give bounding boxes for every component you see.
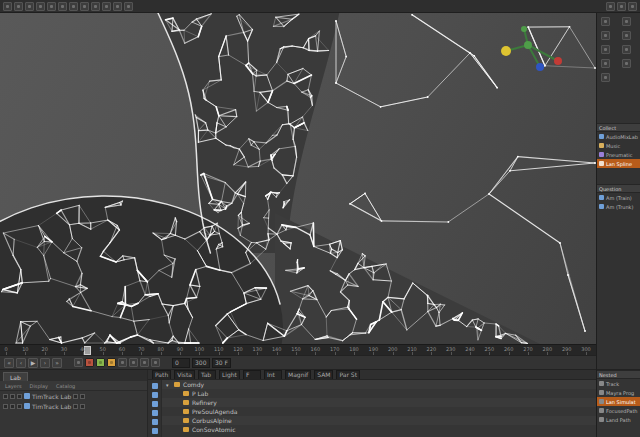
layer-row[interactable]: TimTrack Lab bbox=[0, 401, 147, 411]
layer-checkbox[interactable] bbox=[17, 394, 22, 399]
tree-filter-field[interactable]: Vista bbox=[174, 370, 195, 380]
auto-key-icon[interactable] bbox=[96, 358, 105, 367]
axis-y-handle[interactable] bbox=[524, 41, 532, 49]
tree-item[interactable]: CorbusAlpine bbox=[162, 416, 596, 425]
layer-option-checkbox[interactable] bbox=[80, 394, 85, 399]
range-end-field[interactable]: 300 bbox=[192, 358, 210, 368]
tree-visibility-toggle[interactable] bbox=[152, 401, 158, 407]
select-tool-icon[interactable] bbox=[14, 2, 23, 11]
scale-tool-icon[interactable] bbox=[47, 2, 56, 11]
layers-icon[interactable] bbox=[601, 17, 610, 26]
axis-y-tip[interactable] bbox=[521, 26, 527, 32]
help-icon[interactable] bbox=[628, 2, 637, 11]
ghosting-icon[interactable] bbox=[140, 358, 149, 367]
filter-icon[interactable] bbox=[113, 2, 122, 11]
layer-row[interactable]: TimTrack Lab bbox=[0, 391, 147, 401]
tree-item[interactable]: ▾Comdy bbox=[162, 380, 596, 389]
viewport-layout-icon[interactable] bbox=[102, 2, 111, 11]
snap-key-icon[interactable] bbox=[107, 358, 116, 367]
tree-visibility-toggle[interactable] bbox=[152, 410, 158, 416]
axis-gizmo[interactable] bbox=[496, 23, 570, 83]
tree-visibility-toggle[interactable] bbox=[152, 428, 158, 434]
layer-checkbox[interactable] bbox=[3, 404, 8, 409]
history-icon[interactable] bbox=[622, 59, 631, 68]
layer-option-checkbox[interactable] bbox=[73, 394, 78, 399]
camera-icon[interactable] bbox=[80, 2, 89, 11]
layer-checkbox[interactable] bbox=[10, 404, 15, 409]
column-header: Layers bbox=[5, 383, 22, 389]
axis-lock-icon[interactable] bbox=[69, 2, 78, 11]
tree-item[interactable]: P Lab bbox=[162, 389, 596, 398]
tree-filter-field[interactable]: Path bbox=[152, 370, 171, 380]
sidebar-item-label: Lan Spline bbox=[606, 161, 632, 167]
layer-checkbox[interactable] bbox=[3, 394, 8, 399]
record-icon[interactable] bbox=[606, 2, 615, 11]
sidebar-bottom-item[interactable]: Land Path bbox=[597, 415, 640, 424]
layers-panel-columns: Layers Display Catalog bbox=[0, 381, 147, 391]
snap-icon[interactable] bbox=[601, 31, 610, 40]
loop-icon[interactable] bbox=[74, 358, 83, 367]
column-header: Display bbox=[30, 383, 48, 389]
sidebar-item-label: Lan Simulat bbox=[606, 399, 636, 405]
go-to-start-icon[interactable]: « bbox=[4, 358, 14, 368]
tree-filter-field[interactable]: F bbox=[243, 370, 261, 380]
motion-path-icon[interactable] bbox=[129, 358, 138, 367]
tree-filter-field[interactable]: Tab bbox=[198, 370, 216, 380]
options-icon[interactable] bbox=[124, 2, 133, 11]
go-to-end-icon[interactable]: » bbox=[52, 358, 62, 368]
shading-mode-icon[interactable] bbox=[91, 2, 100, 11]
keyframe-mode-icons bbox=[74, 358, 160, 367]
snap-magnet-icon[interactable] bbox=[58, 2, 67, 11]
grid-icon[interactable] bbox=[622, 31, 631, 40]
layer-option-checkbox[interactable] bbox=[73, 404, 78, 409]
wireframe-icon[interactable] bbox=[622, 17, 631, 26]
tree-filter-field[interactable]: Par St bbox=[336, 370, 360, 380]
sidebar-item[interactable]: Lan Spline bbox=[597, 159, 640, 168]
camera-icon[interactable] bbox=[601, 45, 610, 54]
sidebar-item[interactable]: Am (Train) bbox=[597, 193, 640, 202]
viewport-3d[interactable] bbox=[0, 13, 596, 344]
sidebar-item[interactable]: Am (Trunk) bbox=[597, 202, 640, 211]
app-menu-icon[interactable] bbox=[3, 2, 12, 11]
lights-icon[interactable] bbox=[622, 45, 631, 54]
play-icon[interactable]: ▶ bbox=[28, 358, 38, 368]
sidebar-bottom-item[interactable]: Track bbox=[597, 379, 640, 388]
filter-keys-icon[interactable] bbox=[118, 358, 127, 367]
tab-lab[interactable]: Lab bbox=[3, 372, 28, 381]
fps-field[interactable]: 30 F bbox=[212, 358, 231, 368]
axis-pivot-handle[interactable] bbox=[501, 46, 511, 56]
sidebar-bottom-item[interactable]: Lan Simulat bbox=[597, 397, 640, 406]
tree-item[interactable]: ConSovAtomic bbox=[162, 425, 596, 434]
record-keyframe-icon[interactable] bbox=[85, 358, 94, 367]
axis-x-handle[interactable] bbox=[554, 57, 562, 65]
expander-icon[interactable]: ▾ bbox=[166, 382, 171, 388]
settings-icon[interactable] bbox=[601, 73, 610, 82]
layer-checkbox[interactable] bbox=[17, 404, 22, 409]
sidebar-item[interactable]: Pneumatic bbox=[597, 150, 640, 159]
layer-checkbox[interactable] bbox=[10, 394, 15, 399]
rotate-tool-icon[interactable] bbox=[36, 2, 45, 11]
tree-item[interactable]: PreSoulAgenda bbox=[162, 407, 596, 416]
tree-filter-field[interactable]: Light bbox=[219, 370, 240, 380]
sidebar-bottom-item[interactable]: FocusedPath bbox=[597, 406, 640, 415]
sidebar-item[interactable]: Music bbox=[597, 141, 640, 150]
layer-option-checkbox[interactable] bbox=[80, 404, 85, 409]
tree-item[interactable]: Refinery bbox=[162, 398, 596, 407]
axis-z-handle[interactable] bbox=[536, 63, 544, 71]
tree-visibility-toggle[interactable] bbox=[152, 392, 158, 398]
step-forward-icon[interactable]: › bbox=[40, 358, 50, 368]
materials-icon[interactable] bbox=[601, 59, 610, 68]
timeline-ruler[interactable]: 0102030405060708090100110120130140150160… bbox=[0, 344, 596, 355]
sidebar-bottom-item[interactable]: Mayra Prog bbox=[597, 388, 640, 397]
tree-filter-field[interactable]: Magnif bbox=[285, 370, 311, 380]
markers-icon[interactable] bbox=[151, 358, 160, 367]
tree-visibility-toggle[interactable] bbox=[152, 419, 158, 425]
tree-filter-field[interactable]: SAM bbox=[314, 370, 333, 380]
screen-layout-icon[interactable] bbox=[617, 2, 626, 11]
tree-filter-field[interactable]: Int bbox=[264, 370, 282, 380]
move-tool-icon[interactable] bbox=[25, 2, 34, 11]
sidebar-item[interactable]: AudioMixLab bbox=[597, 132, 640, 141]
range-start-field[interactable]: 0 bbox=[172, 358, 190, 368]
step-back-icon[interactable]: ‹ bbox=[16, 358, 26, 368]
tree-visibility-toggle[interactable] bbox=[152, 383, 158, 389]
